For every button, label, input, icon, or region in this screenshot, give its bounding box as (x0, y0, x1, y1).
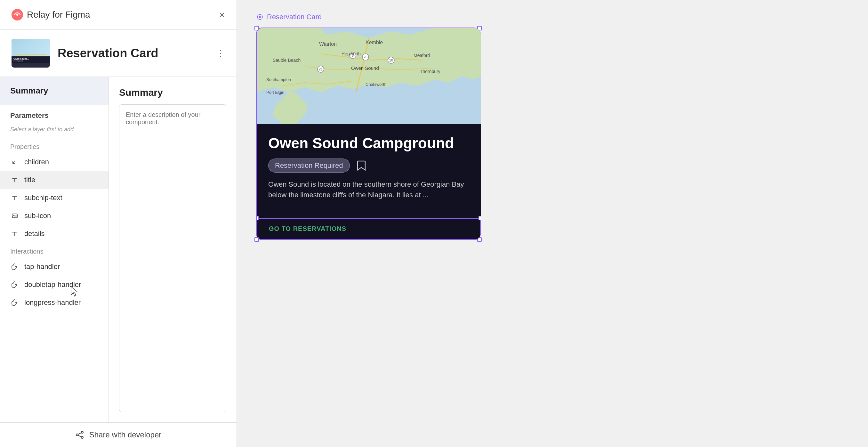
close-button[interactable]: × (219, 9, 225, 20)
svg-point-0 (16, 14, 18, 16)
summary-tab[interactable]: Summary (0, 77, 108, 105)
relay-logo (11, 9, 23, 21)
reservation-badge: Reservation Required (268, 158, 350, 173)
svg-line-6 (78, 433, 81, 435)
figma-component-icon (256, 13, 264, 21)
panel-body: Summary Parameters Select a layer first … (0, 77, 237, 422)
sidebar-item-title[interactable]: title (0, 171, 108, 189)
sidebar-item-children[interactable]: children (0, 153, 108, 171)
hint-text: Select a layer first to add... (0, 124, 108, 138)
component-thumbnail: Owen Sound... Campground (11, 39, 50, 67)
property-sub-icon-label: sub-icon (24, 212, 51, 220)
card-container: 26 10 21 6 Wiarton Kemble Sauble Beach H… (256, 28, 480, 240)
left-panel: Relay for Figma × Owen Sound... Campgrou… (0, 0, 237, 447)
svg-text:Owen Sound: Owen Sound (351, 65, 379, 71)
gesture-icon-longpress (10, 298, 19, 307)
svg-point-5 (81, 437, 83, 438)
content-title: Summary (119, 87, 226, 98)
text-icon-subchip (10, 193, 19, 202)
gesture-icon-tap (10, 262, 19, 271)
svg-text:26: 26 (364, 55, 367, 59)
app-title: Relay for Figma (27, 9, 90, 20)
card-title: Owen Sound Campground (268, 135, 469, 152)
description-textarea[interactable] (119, 105, 226, 412)
interaction-doubletap-label: doubletap-handler (24, 280, 81, 289)
footer-handle-bl (257, 237, 259, 239)
sidebar-item-tap-handler[interactable]: tap-handler (0, 258, 108, 276)
card-selection-border: 26 10 21 6 Wiarton Kemble Sauble Beach H… (256, 28, 480, 240)
svg-point-4 (76, 434, 78, 436)
figma-label-row: Reservation Card (256, 13, 322, 21)
svg-text:Meaford: Meaford (413, 53, 430, 58)
sidebar-item-sub-icon[interactable]: sub-icon (0, 207, 108, 225)
card-footer: GO TO RESERVATIONS (257, 219, 480, 239)
property-children-label: children (24, 158, 49, 166)
app-header: Relay for Figma × (0, 0, 237, 30)
property-subchip-label: subchip-text (24, 194, 62, 202)
text-icon-details (10, 229, 19, 238)
right-panel: Reservation Card (237, 0, 868, 447)
thumbnail-subtitle: Campground (13, 60, 48, 62)
footer-handle-tr (478, 216, 481, 220)
card-description: Owen Sound is located on the southern sh… (268, 179, 469, 200)
svg-text:21: 21 (319, 67, 322, 71)
component-info: Owen Sound... Campground Reservation Car… (11, 39, 158, 67)
footer-selection-border: GO TO RESERVATIONS (257, 218, 481, 239)
sidebar-item-subchip-text[interactable]: subchip-text (0, 189, 108, 207)
thumbnail-map (11, 39, 50, 56)
property-title-label: title (24, 176, 35, 184)
card-footer-section: GO TO RESERVATIONS Fill × Hug (257, 218, 481, 239)
sidebar-item-longpress-handler[interactable]: longpress-handler (0, 294, 108, 311)
svg-text:Port Elgin: Port Elgin (266, 90, 284, 95)
summary-content: Summary (109, 77, 237, 422)
svg-text:Chatsworth: Chatsworth (366, 82, 386, 87)
card-content: Owen Sound Campground Reservation Requir… (257, 124, 481, 218)
more-options-button[interactable]: ⋮ (216, 48, 225, 59)
parameters-label: Parameters (0, 105, 108, 124)
share-icon (75, 430, 84, 439)
sidebar: Summary Parameters Select a layer first … (0, 77, 109, 422)
card-map: 26 10 21 6 Wiarton Kemble Sauble Beach H… (257, 28, 481, 124)
thumbnail-title: Owen Sound... (13, 58, 48, 60)
svg-text:Thornbury: Thornbury (420, 69, 440, 74)
footer-handle-tl (257, 216, 259, 220)
go-reservations-text: GO TO RESERVATIONS (269, 225, 346, 232)
share-label: Share with developer (89, 430, 161, 439)
map-svg: 26 10 21 6 Wiarton Kemble Sauble Beach H… (257, 28, 481, 124)
sidebar-item-details[interactable]: details (0, 225, 108, 243)
svg-point-3 (81, 431, 83, 433)
sidebar-item-doubletap-handler[interactable]: doubletap-handler (0, 276, 108, 294)
card-badges: Reservation Required (268, 158, 469, 173)
image-icon (10, 211, 19, 220)
svg-line-7 (78, 436, 81, 437)
text-icon-title (10, 176, 19, 184)
bookmark-icon (355, 159, 368, 172)
svg-text:Hepworth: Hepworth (341, 51, 361, 56)
share-footer[interactable]: Share with developer (0, 422, 237, 447)
svg-text:Sauble Beach: Sauble Beach (273, 58, 301, 63)
thumbnail-content: Owen Sound... Campground (11, 56, 50, 63)
footer-handle-br (478, 237, 481, 239)
svg-text:10: 10 (389, 58, 393, 62)
properties-group-label: Properties (0, 138, 108, 153)
component-header: Owen Sound... Campground Reservation Car… (0, 30, 237, 77)
app-title-group: Relay for Figma (11, 9, 90, 21)
property-details-label: details (24, 230, 45, 238)
interactions-group-label: Interactions (0, 243, 108, 258)
component-name: Reservation Card (58, 47, 158, 60)
svg-text:Southampton: Southampton (266, 77, 291, 82)
interaction-longpress-label: longpress-handler (24, 298, 81, 307)
svg-text:Kemble: Kemble (366, 40, 383, 45)
reservation-card: 26 10 21 6 Wiarton Kemble Sauble Beach H… (257, 28, 481, 239)
gesture-icon-doubletap (10, 280, 19, 289)
svg-text:Wiarton: Wiarton (319, 41, 337, 47)
arrow-return-icon (10, 157, 19, 167)
figma-label-text: Reservation Card (267, 13, 322, 21)
interaction-tap-label: tap-handler (24, 263, 60, 271)
